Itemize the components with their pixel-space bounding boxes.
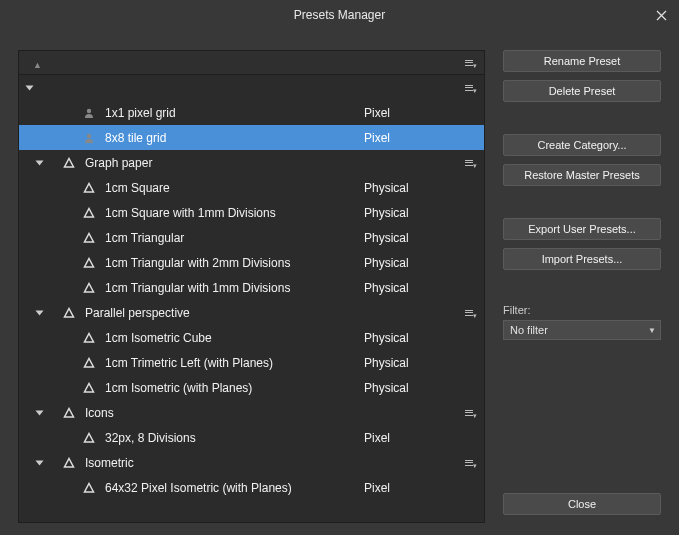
category-row[interactable]: Icons▾	[19, 400, 484, 425]
preset-row[interactable]: 1cm Triangular with 1mm DivisionsPhysica…	[19, 275, 484, 300]
filter-dropdown[interactable]: No filter ▼	[503, 320, 661, 340]
expand-toggle[interactable]	[19, 84, 39, 92]
row-icon	[79, 132, 99, 144]
preset-row[interactable]: 1cm Trimetric Left (with Planes)Physical	[19, 350, 484, 375]
preset-row[interactable]: 1cm Isometric (with Planes)Physical	[19, 375, 484, 400]
row-menu-icon: ▾	[465, 160, 473, 166]
disclosure-triangle-icon	[35, 310, 43, 315]
row-menu-icon: ▾	[465, 410, 473, 416]
side-panel: Rename Preset Delete Preset Create Categ…	[503, 50, 661, 523]
row-type: Physical	[364, 381, 454, 395]
row-label: Graph paper	[79, 156, 364, 170]
expand-toggle[interactable]	[19, 309, 59, 317]
dialog-title: Presets Manager	[294, 8, 385, 22]
sort-indicator-icon: ▲	[33, 60, 42, 70]
preset-row[interactable]: 1x1 pixel gridPixel	[19, 100, 484, 125]
row-icon	[79, 282, 99, 294]
row-menu-icon: ▾	[465, 85, 473, 91]
title-bar: Presets Manager	[0, 0, 679, 30]
row-icon	[79, 357, 99, 369]
row-label: 8x8 tile grid	[99, 131, 364, 145]
rename-preset-button[interactable]: Rename Preset	[503, 50, 661, 72]
hamburger-icon: ▾	[465, 60, 473, 66]
affinity-preset-icon	[83, 282, 95, 294]
affinity-preset-icon	[83, 257, 95, 269]
row-icon	[79, 207, 99, 219]
row-icon	[59, 457, 79, 469]
close-button[interactable]: Close	[503, 493, 661, 515]
affinity-preset-icon	[83, 207, 95, 219]
preset-row[interactable]: 64x32 Pixel Isometric (with Planes)Pixel	[19, 475, 484, 500]
row-icon	[79, 382, 99, 394]
row-type: Pixel	[364, 131, 454, 145]
row-menu-button[interactable]: ▾	[454, 460, 484, 466]
row-label: 1cm Triangular	[99, 231, 364, 245]
row-menu-button[interactable]: ▾	[454, 160, 484, 166]
row-menu-button[interactable]: ▾	[454, 310, 484, 316]
disclosure-triangle-icon	[25, 85, 33, 90]
row-menu-button[interactable]: ▾	[454, 85, 484, 91]
presets-manager-dialog: Presets Manager ▲ ▾ ▾1x1 pixel gridPixel…	[0, 0, 679, 535]
preset-row[interactable]: 1cm Isometric CubePhysical	[19, 325, 484, 350]
row-type: Physical	[364, 206, 454, 220]
preset-row[interactable]: 1cm TriangularPhysical	[19, 225, 484, 250]
user-preset-icon	[83, 107, 95, 119]
presets-list: ▲ ▾ ▾1x1 pixel gridPixel8x8 tile gridPix…	[18, 50, 485, 523]
row-label: 32px, 8 Divisions	[99, 431, 364, 445]
row-label: Isometric	[79, 456, 364, 470]
row-label: 1cm Square	[99, 181, 364, 195]
row-label: 64x32 Pixel Isometric (with Planes)	[99, 481, 364, 495]
expand-toggle[interactable]	[19, 159, 59, 167]
preset-row[interactable]: 32px, 8 DivisionsPixel	[19, 425, 484, 450]
import-presets-button[interactable]: Import Presets...	[503, 248, 661, 270]
row-label: 1x1 pixel grid	[99, 106, 364, 120]
dialog-content: ▲ ▾ ▾1x1 pixel gridPixel8x8 tile gridPix…	[0, 30, 679, 535]
row-icon	[59, 407, 79, 419]
row-type: Pixel	[364, 431, 454, 445]
affinity-preset-icon	[83, 482, 95, 494]
close-icon	[656, 10, 667, 21]
row-type: Pixel	[364, 481, 454, 495]
user-preset-icon	[83, 132, 95, 144]
preset-row[interactable]: 1cm Square with 1mm DivisionsPhysical	[19, 200, 484, 225]
row-label: 1cm Isometric (with Planes)	[99, 381, 364, 395]
create-category-button[interactable]: Create Category...	[503, 134, 661, 156]
row-label: Icons	[79, 406, 364, 420]
preset-row[interactable]: 1cm SquarePhysical	[19, 175, 484, 200]
list-body[interactable]: ▾1x1 pixel gridPixel8x8 tile gridPixelGr…	[19, 75, 484, 522]
row-type: Pixel	[364, 106, 454, 120]
expand-toggle[interactable]	[19, 459, 59, 467]
row-type: Physical	[364, 356, 454, 370]
row-type: Physical	[364, 281, 454, 295]
name-column-header[interactable]: ▲	[19, 54, 454, 72]
disclosure-triangle-icon	[35, 160, 43, 165]
row-type: Physical	[364, 256, 454, 270]
restore-master-presets-button[interactable]: Restore Master Presets	[503, 164, 661, 186]
row-icon	[79, 482, 99, 494]
svg-point-0	[87, 108, 91, 112]
preset-row[interactable]: 1cm Triangular with 2mm DivisionsPhysica…	[19, 250, 484, 275]
export-user-presets-button[interactable]: Export User Presets...	[503, 218, 661, 240]
delete-preset-button[interactable]: Delete Preset	[503, 80, 661, 102]
row-icon	[79, 182, 99, 194]
row-icon	[79, 107, 99, 119]
affinity-preset-icon	[83, 357, 95, 369]
affinity-preset-icon	[83, 232, 95, 244]
window-close-button[interactable]	[651, 5, 671, 25]
category-row[interactable]: Graph paper▾	[19, 150, 484, 175]
list-header[interactable]: ▲ ▾	[19, 51, 484, 75]
preset-row[interactable]: 8x8 tile gridPixel	[19, 125, 484, 150]
affinity-preset-icon	[83, 432, 95, 444]
row-menu-button[interactable]: ▾	[454, 410, 484, 416]
category-row[interactable]: Parallel perspective▾	[19, 300, 484, 325]
row-type: Physical	[364, 231, 454, 245]
row-type: Physical	[364, 331, 454, 345]
row-icon	[79, 232, 99, 244]
row-icon	[79, 332, 99, 344]
header-menu-button[interactable]: ▾	[454, 60, 484, 66]
category-row[interactable]: ▾	[19, 75, 484, 100]
row-label: 1cm Trimetric Left (with Planes)	[99, 356, 364, 370]
expand-toggle[interactable]	[19, 409, 59, 417]
row-type: Physical	[364, 181, 454, 195]
category-row[interactable]: Isometric▾	[19, 450, 484, 475]
